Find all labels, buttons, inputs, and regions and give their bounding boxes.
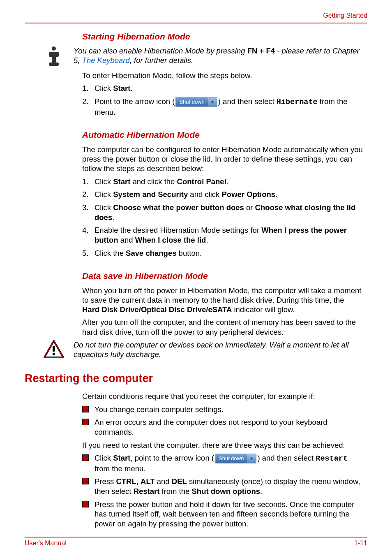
automatic-steps: Click Start and click the Control Panel.… [82, 177, 363, 258]
list-item: Click System and Security and click Powe… [82, 190, 363, 199]
restarting-conditions: You change certain computer settings. An… [82, 405, 363, 437]
svg-point-0 [52, 46, 56, 51]
list-item: Press CTRL, ALT and DEL simultaneously (… [82, 477, 363, 496]
footer-left: User's Manual [25, 539, 67, 548]
list-item: An error occurs and the computer does no… [82, 417, 363, 437]
datasave-p2: After you turn off the computer, and the… [82, 317, 363, 337]
svg-point-7 [53, 353, 55, 355]
svg-rect-2 [52, 52, 56, 64]
info-icon [45, 46, 63, 67]
list-item: Point to the arrow icon (Shut down) and … [82, 97, 363, 117]
automatic-intro: The computer can be configured to enter … [82, 145, 363, 174]
header-rule [25, 23, 367, 23]
shutdown-button-graphic: Shut down [175, 97, 217, 107]
list-item: Click Choose what the power button does … [82, 203, 363, 222]
chevron-right-icon [208, 97, 217, 107]
list-item: Click Start. [82, 83, 363, 93]
datasave-p1: When you turn off the power in Hibernati… [82, 286, 363, 315]
page-footer: User's Manual 1-11 [25, 537, 367, 548]
starting-intro: To enter Hibernation Mode, follow the st… [82, 71, 363, 80]
heading-restarting: Restarting the computer [25, 371, 367, 386]
list-item: Enable the desired Hibernation Mode sett… [82, 225, 363, 245]
info-note-text: You can also enable Hibernation Mode by … [74, 46, 367, 65]
list-item: Click the Save changes button. [82, 248, 363, 258]
chevron-right-icon [247, 454, 256, 463]
page-section-header: Getting Started [25, 12, 367, 23]
list-item: Click Start, point to the arrow icon (Sh… [82, 453, 363, 473]
list-item: You change certain computer settings. [82, 405, 363, 415]
heading-data-save: Data save in Hibernation Mode [25, 270, 367, 281]
warning-text: Do not turn the computer or devices back… [74, 340, 367, 359]
info-note: You can also enable Hibernation Mode by … [25, 46, 367, 67]
footer-page-number: 1-11 [354, 539, 367, 548]
heading-starting-hibernation: Starting Hibernation Mode [25, 31, 367, 42]
shutdown-button-graphic: Shut down [215, 454, 256, 463]
svg-rect-6 [53, 346, 55, 352]
heading-automatic-hibernation: Automatic Hibernation Mode [25, 129, 367, 140]
list-item: Click Start and click the Control Panel. [82, 177, 363, 187]
link-the-keyboard[interactable]: The Keyboard [82, 56, 130, 65]
warning-icon [44, 340, 64, 359]
svg-rect-3 [49, 63, 59, 66]
restarting-p2: If you need to restart the computer, the… [82, 440, 363, 450]
list-item: Press the power button and hold it down … [82, 500, 363, 529]
restarting-methods: Click Start, point to the arrow icon (Sh… [82, 453, 363, 529]
starting-steps: Click Start. Point to the arrow icon (Sh… [82, 83, 363, 117]
restarting-intro: Certain conditions require that you rese… [82, 392, 363, 401]
warning-note: Do not turn the computer or devices back… [25, 340, 367, 359]
